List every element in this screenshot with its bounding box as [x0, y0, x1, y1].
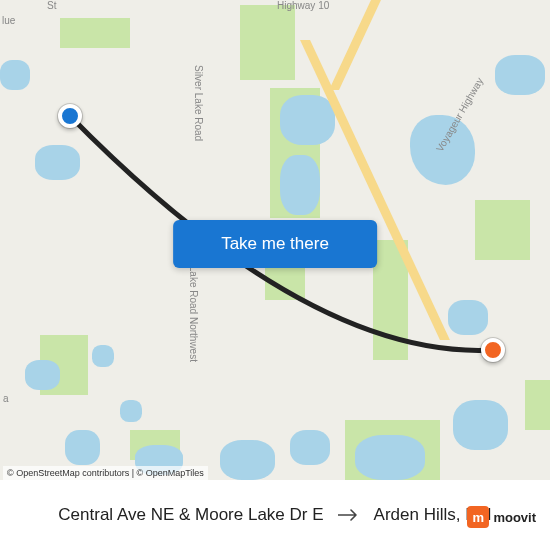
road-label: lue [2, 15, 15, 26]
map-attribution: © OpenStreetMap contributors | © OpenMap… [3, 466, 208, 480]
water-body [290, 430, 330, 465]
destination-marker-icon [481, 338, 505, 362]
moovit-wordmark: moovit [493, 510, 536, 525]
route-origin-label: Central Ave NE & Moore Lake Dr E [58, 505, 323, 525]
water-body [495, 55, 545, 95]
water-body [35, 145, 80, 180]
water-body [448, 300, 488, 335]
moovit-logo: m moovit [467, 506, 536, 528]
road-label: Silver Lake Road [193, 65, 204, 141]
water-body [280, 95, 335, 145]
origin-marker-icon [58, 104, 82, 128]
water-body [280, 155, 320, 215]
park-area [60, 18, 130, 48]
water-body [25, 360, 60, 390]
water-body [220, 440, 275, 480]
water-body [65, 430, 100, 465]
moovit-icon: m [467, 506, 489, 528]
water-body [0, 60, 30, 90]
water-body [355, 435, 425, 480]
map-viewport[interactable]: lue St Highway 10 Silver Lake Road Silve… [0, 0, 550, 480]
water-body [453, 400, 508, 450]
park-area [475, 200, 530, 260]
water-body [92, 345, 114, 367]
road-label: Highway 10 [277, 0, 329, 11]
road-label: a [3, 393, 9, 404]
park-area [240, 5, 295, 80]
arrow-right-icon [338, 508, 360, 522]
road-label: St [47, 0, 56, 11]
water-body [120, 400, 142, 422]
park-area [525, 380, 550, 430]
take-me-there-button[interactable]: Take me there [173, 220, 377, 268]
